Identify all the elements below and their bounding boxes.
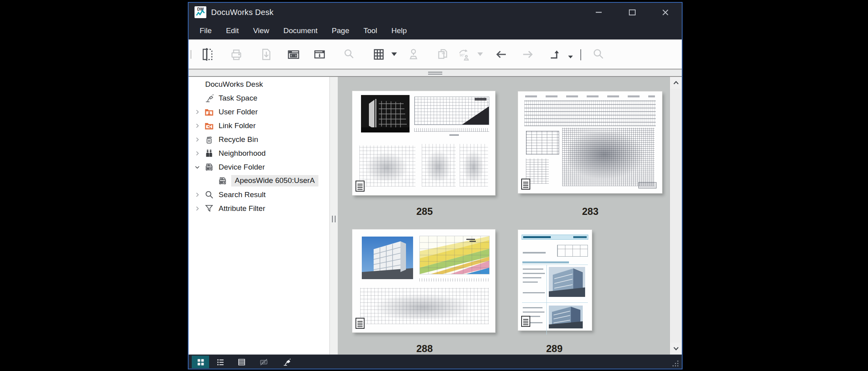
scroll-down-button[interactable] — [670, 343, 682, 354]
menu-edit[interactable]: Edit — [219, 23, 246, 38]
infoview-disabled-button[interactable] — [255, 356, 272, 368]
chevron-right-icon[interactable] — [193, 107, 202, 117]
window-resize-grip[interactable] — [672, 360, 679, 367]
tree-item-label[interactable]: DocuWorks Desk — [204, 79, 264, 90]
tree-item-apeoswide-6050-usera[interactable]: ApeosWide 6050:UserA — [189, 174, 329, 188]
thumbnail-view-button[interactable] — [192, 356, 209, 368]
close-icon — [662, 9, 669, 16]
stamp-button[interactable] — [404, 45, 423, 63]
thumbnail-table — [557, 245, 588, 257]
tree-item-task-space[interactable]: Task Space — [189, 91, 329, 105]
toolbar-grip[interactable] — [191, 50, 192, 59]
document-thumbnail-283[interactable] — [518, 91, 662, 193]
scrollbar-thumb[interactable] — [670, 89, 681, 343]
thumbnail-photo — [549, 267, 585, 297]
tree-item-label[interactable]: Attribute Filter — [218, 203, 266, 214]
thumbnail-photo — [361, 95, 410, 132]
rotate-90-dropdown[interactable] — [477, 52, 483, 56]
tree-item-recycle-bin[interactable]: Recycle Bin — [189, 132, 329, 146]
toolbar: 90° — [189, 39, 682, 69]
tree-item-label[interactable]: Device Folder — [218, 162, 266, 173]
thumbnail-grid-button[interactable] — [370, 45, 388, 63]
svg-text:90°: 90° — [460, 53, 465, 57]
detail-view-button[interactable] — [233, 356, 250, 368]
tree-item-user-folder[interactable]: User Folder — [189, 105, 329, 119]
maximize-icon — [629, 9, 636, 15]
forward-button[interactable] — [518, 45, 537, 63]
tree-item-label[interactable]: Recycle Bin — [218, 134, 259, 145]
copy-document-button[interactable] — [434, 45, 452, 63]
scroll-up-button[interactable] — [670, 77, 682, 89]
tree-item-search-result[interactable]: Search Result — [189, 188, 329, 201]
thumbnail-plan — [359, 145, 415, 186]
list-view-button[interactable] — [211, 356, 229, 368]
tree-item-label[interactable]: Neighborhood — [218, 148, 266, 159]
tree-item-device-folder[interactable]: Device Folder — [189, 160, 329, 174]
thumbnail-photo — [362, 237, 413, 279]
tree-item-link-folder[interactable]: Link Folder — [189, 119, 329, 132]
print-button[interactable] — [227, 45, 245, 63]
workspace-view-button[interactable] — [284, 45, 303, 63]
chevron-right-icon[interactable] — [193, 190, 202, 199]
page-number-label: 288 — [416, 343, 433, 354]
workspace-view-icon — [285, 47, 302, 62]
search-button[interactable] — [589, 45, 608, 63]
vertical-splitter[interactable] — [330, 77, 338, 354]
menu-help[interactable]: Help — [384, 23, 414, 38]
tree-item-label[interactable]: User Folder — [218, 106, 258, 117]
chevron-right-icon[interactable] — [193, 121, 202, 131]
chevron-down-icon[interactable] — [193, 162, 202, 172]
document-thumbnail-289[interactable] — [518, 230, 592, 330]
page-number-label: 289 — [546, 343, 563, 354]
docuworks-desk-window: DW DocuWorks Desk File Edit View Documen… — [188, 2, 683, 369]
menu-bar: File Edit View Document Page Tool Help — [189, 22, 682, 39]
info-view-button[interactable] — [311, 45, 329, 63]
filter-funnel-icon — [204, 203, 215, 214]
minimize-button[interactable] — [582, 3, 615, 22]
chevron-right-icon[interactable] — [193, 135, 202, 144]
maximize-button[interactable] — [615, 3, 649, 22]
import-scan-button[interactable] — [198, 45, 216, 63]
tree-item-label[interactable]: Link Folder — [218, 120, 256, 131]
document-thumbnail-288[interactable] — [352, 229, 495, 332]
menu-document[interactable]: Document — [276, 23, 325, 38]
print-icon — [228, 47, 245, 62]
document-thumbnail-285[interactable] — [352, 91, 495, 195]
chevron-right-icon[interactable] — [193, 204, 202, 213]
vertical-splitter-handle[interactable] — [332, 216, 336, 222]
move-up-level-button[interactable] — [546, 45, 564, 63]
tree-item-neighborhood[interactable]: Neighborhood — [189, 146, 329, 160]
menu-page[interactable]: Page — [325, 23, 356, 38]
resize-grip-icon — [672, 360, 679, 367]
menu-file[interactable]: File — [193, 23, 219, 38]
page-number-label: 283 — [582, 206, 599, 217]
task-space-button[interactable] — [278, 356, 295, 368]
title-bar[interactable]: DW DocuWorks Desk — [189, 3, 682, 22]
chevron-down-icon — [673, 347, 679, 350]
thumbnail-photo — [549, 306, 583, 328]
chevron-right-icon[interactable] — [193, 149, 202, 158]
close-button[interactable] — [649, 3, 682, 22]
rotate-90-stamp-button[interactable]: 90° — [455, 45, 473, 63]
import-scan-icon — [199, 47, 215, 62]
vertical-scrollbar[interactable] — [670, 77, 682, 354]
page-number-label: 285 — [416, 206, 433, 217]
menu-tool[interactable]: Tool — [356, 23, 384, 38]
link-folder-icon — [204, 121, 215, 131]
detail-view-icon — [237, 358, 246, 367]
loupe-button[interactable] — [340, 45, 358, 63]
horizontal-splitter-handle[interactable] — [428, 72, 442, 75]
menu-view[interactable]: View — [246, 23, 276, 38]
tree-item-label[interactable]: Search Result — [218, 189, 266, 200]
back-button[interactable] — [492, 45, 511, 63]
document-area[interactable]: 285 283 288 289 — [338, 77, 670, 354]
tree-item-attribute-filter[interactable]: Attribute Filter — [189, 201, 329, 215]
move-up-level-dropdown[interactable] — [568, 56, 573, 58]
horizontal-splitter[interactable] — [189, 69, 682, 77]
thumbnail-grid-dropdown[interactable] — [391, 52, 397, 56]
tree-item-label[interactable]: Task Space — [218, 93, 258, 104]
save-document-button[interactable] — [257, 45, 275, 63]
neighborhood-icon — [204, 148, 215, 158]
tree-item-label-selected[interactable]: ApeosWide 6050:UserA — [231, 175, 318, 186]
tree-item-docuworks-desk[interactable]: DocuWorks Desk — [189, 77, 329, 91]
